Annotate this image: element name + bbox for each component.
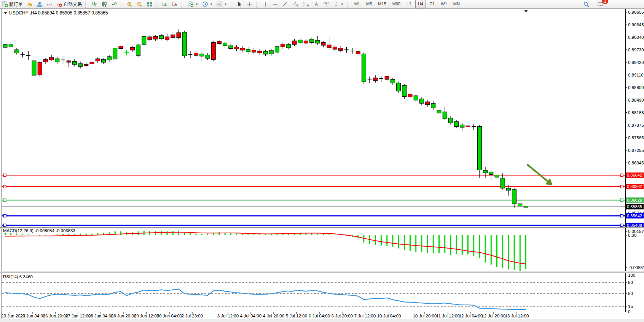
svg-text:F: F (307, 4, 309, 7)
candle-body (431, 104, 435, 108)
macd-histogram-bar (80, 234, 81, 235)
line-handle[interactable] (3, 185, 6, 188)
candle-body (119, 46, 123, 48)
bar-chart-button[interactable] (89, 0, 99, 8)
search-icon (583, 1, 590, 8)
auto-trading-label: 自动交易 (64, 1, 82, 8)
candle-body (234, 47, 239, 49)
auto-trading-button[interactable]: 自动交易 (54, 0, 84, 8)
macd-histogram-bar (5, 233, 6, 235)
candle-body (495, 175, 499, 177)
macd-histogram-bar (421, 235, 422, 252)
timeframe-m5[interactable]: M5 (363, 0, 375, 8)
timeframe-w1[interactable]: W1 (438, 0, 450, 8)
signals-button[interactable] (45, 0, 54, 8)
timeframe-mn[interactable]: MN (451, 0, 462, 8)
candle-body (304, 41, 308, 43)
text-label-button[interactable]: T (321, 0, 331, 8)
arrows-icon (333, 1, 339, 7)
macd-histogram-bar (236, 234, 237, 235)
trendline-icon (282, 1, 288, 7)
fibonacci-button[interactable]: F (301, 0, 311, 8)
vertical-line-button[interactable] (260, 0, 270, 8)
macd-histogram-bar (467, 235, 469, 254)
toolbar-separator (256, 1, 259, 8)
horizontal-line-button[interactable] (270, 0, 280, 8)
timeframe-m15[interactable]: M15 (375, 0, 389, 8)
gold-button[interactable] (25, 0, 35, 8)
candle-body (281, 44, 285, 47)
trendline-button[interactable] (280, 0, 290, 8)
timeframe-m30[interactable]: M30 (390, 0, 403, 8)
candle-body (171, 35, 175, 37)
arrows-button[interactable]: ▼ (331, 0, 346, 8)
gold-icon (27, 1, 33, 7)
candle-body (385, 76, 389, 80)
candle-body (67, 61, 71, 62)
indicators-button[interactable]: ▼ (215, 0, 229, 8)
chart-window[interactable]: 0.906550.903450.900400.897300.894200.891… (0, 9, 644, 322)
candle-body (524, 206, 528, 207)
candle-body (443, 112, 447, 119)
chevron-down-icon: ▼ (210, 3, 213, 6)
line-chart-button[interactable] (109, 0, 119, 8)
auto-scroll-button[interactable] (160, 0, 170, 8)
timeframe-h4[interactable]: H4 (415, 0, 426, 8)
candle-body (310, 39, 314, 43)
line-handle[interactable] (620, 215, 623, 217)
crosshair-button[interactable] (245, 0, 255, 8)
chart-canvas[interactable]: 0.906550.903450.900400.897300.894200.891… (0, 9, 644, 322)
line-handle[interactable] (620, 224, 623, 226)
candle-body (518, 204, 522, 206)
macd-histogram-bar (196, 234, 197, 235)
zoom-out-button[interactable] (135, 0, 145, 8)
clock-icon (202, 1, 208, 7)
text-button[interactable]: A (311, 0, 321, 8)
candle-body (316, 40, 320, 43)
profile-button[interactable] (35, 0, 45, 8)
search-button[interactable] (581, 0, 591, 8)
macd-histogram-bar (398, 235, 399, 249)
macd-label: MACD(12,26,9) -0.008054 -0.006833 (3, 228, 75, 233)
time-axis[interactable] (0, 312, 625, 319)
chart-shift-button[interactable] (170, 0, 180, 8)
timeframe-d1[interactable]: D1 (427, 0, 437, 8)
line-handle[interactable] (620, 185, 623, 188)
equidistant-channel-button[interactable]: E (290, 0, 301, 8)
line-handle[interactable] (620, 199, 623, 201)
line-handle[interactable] (620, 174, 623, 177)
line-handle[interactable] (3, 224, 6, 226)
new-order-button[interactable]: 新订单 (0, 0, 25, 8)
toolbar-separator (182, 1, 185, 8)
periods-button[interactable]: ▼ (200, 0, 215, 8)
chat-button[interactable]: 1 (595, 0, 606, 8)
cursor-button[interactable] (235, 0, 245, 8)
new-chart-icon (188, 1, 194, 7)
cursor-icon (237, 1, 243, 7)
zoom-in-button[interactable] (125, 0, 135, 8)
candle-body (90, 62, 94, 64)
candle-body (194, 53, 198, 55)
candle-body (263, 51, 268, 54)
macd-histogram-bar (57, 234, 58, 235)
new-chart-button[interactable]: ▼ (186, 0, 200, 8)
macd-histogram-bar (28, 234, 29, 235)
candle-body (211, 43, 215, 60)
price-axis[interactable] (625, 9, 644, 312)
candlestick-button[interactable] (99, 0, 109, 8)
candle-body (136, 45, 140, 56)
line-handle[interactable] (3, 174, 6, 177)
timeframe-m1[interactable]: M1 (352, 0, 363, 8)
line-handle[interactable] (3, 215, 6, 217)
line-handle[interactable] (3, 199, 6, 201)
candle-body (397, 83, 401, 91)
macd-histogram-bar (508, 235, 509, 269)
timeframe-h1[interactable]: H1 (404, 0, 414, 8)
candle-body (96, 59, 100, 61)
candle-body (217, 41, 221, 43)
toolbar-separator (231, 1, 234, 8)
horizontal-line-icon (272, 1, 278, 7)
tile-windows-button[interactable] (145, 0, 155, 8)
candle-body (177, 33, 181, 38)
line-chart-icon (111, 1, 117, 7)
